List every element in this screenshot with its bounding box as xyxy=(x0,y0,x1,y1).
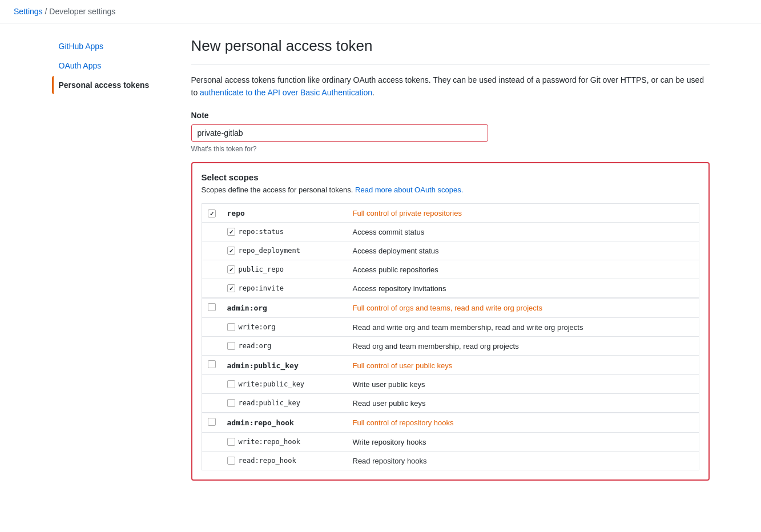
scope-desc-write:public_key: Write user public keys xyxy=(353,380,425,389)
scope-name-repo:invite: repo:invite xyxy=(239,284,284,292)
scope-name-public_repo: public_repo xyxy=(239,265,284,273)
scope-child-row: repo:status Access commit status xyxy=(202,223,699,241)
scope-desc-read:org: Read org and team membership, read org p… xyxy=(353,342,519,350)
sidebar-item-oauth-apps[interactable]: OAuth Apps xyxy=(52,57,178,75)
scopes-title: Select scopes xyxy=(202,172,699,182)
scope-child-row: write:public_key Write user public keys xyxy=(202,375,699,394)
note-form-group: Note What's this token for? xyxy=(191,111,710,153)
sidebar: GitHub Apps OAuth Apps Personal access t… xyxy=(52,37,178,481)
scope-name-repo_deployment: repo_deployment xyxy=(239,247,300,255)
scope-group-row: admin:org Full control of orgs and teams… xyxy=(202,298,699,317)
sidebar-item-personal-access-tokens[interactable]: Personal access tokens xyxy=(52,76,178,94)
breadcrumb-current: Developer settings xyxy=(49,7,115,16)
scope-group-row: repo Full control of private repositorie… xyxy=(202,203,699,223)
scope-child-row: repo:invite Access repository invitation… xyxy=(202,279,699,298)
scope-checkbox-read:repo_hook[interactable] xyxy=(227,457,235,465)
description: Personal access tokens function like ord… xyxy=(191,74,710,99)
scope-checkbox-public_repo[interactable] xyxy=(227,265,235,273)
breadcrumb: Settings / Developer settings xyxy=(0,0,761,23)
scope-name-repo:status: repo:status xyxy=(239,228,284,236)
scope-checkbox-write:org[interactable] xyxy=(227,323,235,331)
scope-name-write:repo_hook: write:repo_hook xyxy=(239,438,300,446)
scopes-box: Select scopes Scopes define the access f… xyxy=(191,162,710,481)
scope-desc-admin:repo_hook: Full control of repository hooks xyxy=(353,418,454,427)
scope-child-row: write:repo_hook Write repository hooks xyxy=(202,432,699,451)
scope-name-write:public_key: write:public_key xyxy=(239,380,305,388)
scope-desc-write:org: Read and write org and team membership, … xyxy=(353,323,583,332)
note-input[interactable] xyxy=(191,124,488,142)
scope-name-read:public_key: read:public_key xyxy=(239,399,300,407)
scope-checkbox-admin:org[interactable] xyxy=(208,303,216,311)
scope-child-row: repo_deployment Access deployment status xyxy=(202,241,699,260)
scope-child-row: public_repo Access public repositories xyxy=(202,260,699,279)
scope-checkbox-admin:repo_hook[interactable] xyxy=(208,418,216,426)
scope-child-row: read:public_key Read user public keys xyxy=(202,394,699,413)
breadcrumb-separator: / xyxy=(45,7,47,16)
scope-checkbox-write:public_key[interactable] xyxy=(227,380,235,388)
scopes-description: Scopes define the access for personal to… xyxy=(202,186,699,194)
scope-name-repo: repo xyxy=(227,209,245,217)
scope-desc-public_repo: Access public repositories xyxy=(353,265,438,274)
page-title: New personal access token xyxy=(191,37,710,65)
scope-checkbox-admin:public_key[interactable] xyxy=(208,360,216,368)
scope-child-row: read:org Read org and team membership, r… xyxy=(202,336,699,355)
scope-group-row: admin:public_key Full control of user pu… xyxy=(202,356,699,375)
scope-child-row: read:repo_hook Read repository hooks xyxy=(202,451,699,470)
scope-name-admin:org: admin:org xyxy=(227,304,267,312)
scopes-desc-link[interactable]: Read more about OAuth scopes. xyxy=(355,186,463,194)
scope-checkbox-repo[interactable] xyxy=(208,209,216,217)
scope-desc-read:public_key: Read user public keys xyxy=(353,399,426,408)
scope-desc-write:repo_hook: Write repository hooks xyxy=(353,438,426,446)
scope-checkbox-repo_deployment[interactable] xyxy=(227,247,235,255)
scope-checkbox-read:public_key[interactable] xyxy=(227,399,235,407)
scopes-table: repo Full control of private repositorie… xyxy=(202,203,699,470)
scope-desc-repo:invite: Access repository invitations xyxy=(353,284,446,293)
scope-name-read:org: read:org xyxy=(239,342,272,350)
scope-checkbox-read:org[interactable] xyxy=(227,342,235,350)
scope-name-admin:repo_hook: admin:repo_hook xyxy=(227,418,294,427)
scope-child-row: write:org Read and write org and team me… xyxy=(202,317,699,336)
scope-name-write:org: write:org xyxy=(239,323,276,331)
scope-desc-read:repo_hook: Read repository hooks xyxy=(353,457,427,465)
scopes-desc-text: Scopes define the access for personal to… xyxy=(202,186,356,194)
main-content: New personal access token Personal acces… xyxy=(191,37,710,481)
scope-checkbox-repo:status[interactable] xyxy=(227,228,235,236)
scope-checkbox-write:repo_hook[interactable] xyxy=(227,438,235,446)
note-hint: What's this token for? xyxy=(191,145,710,153)
scope-group-row: admin:repo_hook Full control of reposito… xyxy=(202,413,699,432)
scope-name-read:repo_hook: read:repo_hook xyxy=(239,457,296,465)
scope-desc-repo: Full control of private repositories xyxy=(353,209,462,217)
description-text2: . xyxy=(372,88,375,97)
scope-checkbox-repo:invite[interactable] xyxy=(227,284,235,292)
breadcrumb-settings-link[interactable]: Settings xyxy=(14,7,43,16)
sidebar-item-github-apps[interactable]: GitHub Apps xyxy=(52,37,178,55)
scope-desc-repo:status: Access commit status xyxy=(353,228,425,236)
scope-desc-admin:org: Full control of orgs and teams, read and… xyxy=(353,304,542,312)
scope-name-admin:public_key: admin:public_key xyxy=(227,361,299,370)
note-label: Note xyxy=(191,111,710,120)
scope-desc-admin:public_key: Full control of user public keys xyxy=(353,361,453,370)
description-link[interactable]: authenticate to the API over Basic Authe… xyxy=(200,88,372,97)
scope-desc-repo_deployment: Access deployment status xyxy=(353,247,439,255)
